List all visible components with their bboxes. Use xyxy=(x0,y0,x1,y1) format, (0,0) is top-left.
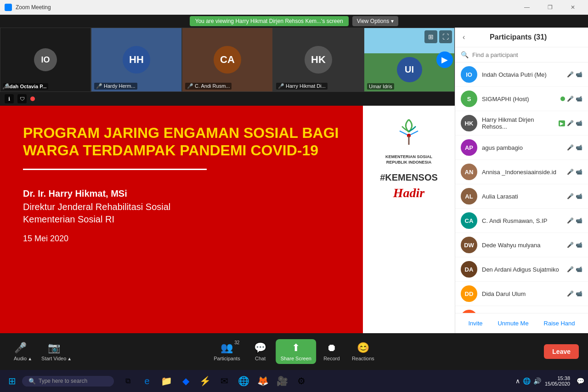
participants-button[interactable]: 👥 32 Participants xyxy=(209,339,244,364)
slide-role1: Direktur Jenderal Rehabilitasi Sosial xyxy=(23,202,340,212)
raise-hand-button[interactable]: Raise Hand xyxy=(540,318,579,329)
hadir-text: Hadir xyxy=(393,186,424,200)
participant-icons: 🎤 📹 xyxy=(567,193,582,199)
taskbar-app-firefox[interactable]: 🦊 xyxy=(254,372,272,390)
mic-icon: 🎤 xyxy=(567,242,574,248)
self-avatar: IO xyxy=(34,48,57,71)
avatar: S xyxy=(461,91,477,107)
taskbar-app-settings[interactable]: ⚙ xyxy=(292,372,311,390)
taskbar-apps: ⧉ e 📁 ◆ ⚡ ✉ 🌐 🦊 🎥 ⚙ xyxy=(119,372,514,390)
share-screen-button[interactable]: ⬆ Share Screen xyxy=(276,339,316,364)
list-item: DW Dede Wahyu mulyana 🎤 📹 xyxy=(455,233,588,257)
close-button[interactable]: ✕ xyxy=(562,0,583,15)
window-controls: — ❐ ✕ xyxy=(516,0,583,15)
taskbar-time-text: 15:38 xyxy=(545,375,570,381)
tray-arrow[interactable]: ∧ xyxy=(515,377,520,385)
minimize-button[interactable]: — xyxy=(516,0,537,15)
video-controls: ⊞ ⛶ xyxy=(424,30,452,43)
title-bar: Zoom Meeting — ❐ ✕ xyxy=(0,0,588,15)
participant-name: Aulia Larasati xyxy=(482,193,562,200)
panel-footer: Invite Unmute Me Raise Hand xyxy=(455,313,588,333)
video-tile-hardy: HH 🎤 Hardy Herm... xyxy=(91,28,182,92)
umar-avatar: UI xyxy=(397,57,422,82)
candi-tile-name: 🎤 C. Andi Rusm... xyxy=(185,83,232,90)
unmute-me-button[interactable]: Unmute Me xyxy=(494,318,532,329)
participant-icons: 🎤 📹 xyxy=(567,266,582,273)
video-icon: 📹 xyxy=(576,96,582,102)
participant-icons: 🎤 📹 xyxy=(567,169,582,175)
security-row: ℹ 🛡 xyxy=(0,92,455,106)
video-icon: 📹 xyxy=(576,290,582,297)
list-item: AN Annisa _Indonesiaainside.id 🎤 📹 xyxy=(455,160,588,184)
participant-count: 32 xyxy=(234,340,239,345)
restore-button[interactable]: ❐ xyxy=(539,0,560,15)
start-button[interactable]: ⊞ xyxy=(4,373,20,389)
taskbar-app-app1[interactable]: ⚡ xyxy=(196,372,214,390)
notification-icon[interactable]: 💬 xyxy=(577,377,584,385)
window-title: Zoom Meeting xyxy=(16,4,513,11)
search-box[interactable]: 🔍 xyxy=(455,47,588,62)
participants-icon: 👥 32 xyxy=(220,342,233,354)
record-button[interactable]: ⏺ Record xyxy=(318,339,345,364)
participant-search-input[interactable] xyxy=(472,51,582,58)
audio-button[interactable]: 🎤 Audio ▲ xyxy=(9,339,37,364)
harry-avatar: HK xyxy=(305,46,332,74)
participant-name: C. Andi Rusmawan, S.IP xyxy=(482,217,562,224)
taskbar-search[interactable]: 🔍 Type here to search xyxy=(22,376,114,386)
participant-icons: 🎤 📹 xyxy=(567,217,582,224)
taskbar-app-mail[interactable]: ✉ xyxy=(215,372,233,390)
video-icon: 📹 xyxy=(576,71,582,78)
list-item: CA C. Andi Rusmawan, S.IP 🎤 📹 xyxy=(455,209,588,233)
reactions-button[interactable]: 😊 Reactions xyxy=(347,339,379,364)
participant-icons: 🎤 📹 xyxy=(560,96,582,102)
invite-button[interactable]: Invite xyxy=(464,318,486,329)
video-tile-candi: CA 🎤 C. Andi Rusm... xyxy=(182,28,273,92)
slide-content: PROGRAM JARING ENGAMAN SOSIAL BAGI WARGA… xyxy=(0,106,363,333)
reactions-icon: 😊 xyxy=(357,342,369,354)
audio-caret: ▲ xyxy=(28,356,32,361)
grid-view-button[interactable]: ⊞ xyxy=(424,30,437,43)
avatar: AL xyxy=(461,188,477,205)
taskbar-app-edge[interactable]: e xyxy=(138,372,156,390)
panel-chevron[interactable]: ‹ xyxy=(463,33,465,41)
leave-button[interactable]: Leave xyxy=(544,344,579,359)
list-item: IO Indah Octavia Putri (Me) 🎤 📹 xyxy=(455,62,588,87)
video-icon: 📹 xyxy=(576,120,582,126)
participant-icons: 🎤 📹 xyxy=(567,242,582,248)
video-button[interactable]: 📷 Start Video ▲ xyxy=(37,339,76,364)
taskbar-app-explorer[interactable]: 📁 xyxy=(157,372,175,390)
taskbar-app-multidesktop[interactable]: ⧉ xyxy=(119,372,137,390)
toolbar-center: 👥 32 Participants 💬 Chat ⬆ Share Screen … xyxy=(209,339,379,364)
video-strip: IO Indah Octavia P... 🎤 HH 🎤 Hardy Herm.… xyxy=(0,28,455,92)
view-options-button[interactable]: View Options ▾ xyxy=(352,16,398,26)
video-icon: 📹 xyxy=(576,193,582,199)
mic-icon: 🎤 xyxy=(567,96,574,102)
video-icon: 📹 xyxy=(576,266,582,273)
participant-name: Dede Wahyu mulyana xyxy=(482,242,562,249)
umar-tile-name: Umar Idris xyxy=(367,83,394,90)
active-indicator xyxy=(560,97,565,101)
participants-panel: ‹ Participants (31) 🔍 IO Indah Octavia P… xyxy=(455,28,588,333)
record-label: Record xyxy=(323,356,339,361)
participant-icons: 🎤 📹 xyxy=(567,144,582,151)
chat-label: Chat xyxy=(255,356,266,361)
mic-icon: 🎤 xyxy=(14,342,27,354)
network-icon: 🌐 xyxy=(523,377,531,385)
taskbar-app-camera[interactable]: 🎥 xyxy=(273,372,291,390)
main-content: IO Indah Octavia P... 🎤 HH 🎤 Hardy Herm.… xyxy=(0,28,588,333)
list-item: AL Aulia Larasati 🎤 📹 xyxy=(455,184,588,209)
slide-logo-area: KEMENTERIAN SOSIALREPUBLIK INDONESIA #KE… xyxy=(363,106,455,333)
participants-list: IO Indah Octavia Putri (Me) 🎤 📹 S SIGMAP… xyxy=(455,62,588,313)
taskbar-app-dropbox[interactable]: ◆ xyxy=(176,372,195,390)
chat-button[interactable]: 💬 Chat xyxy=(247,339,274,364)
list-item: DA Den Ardani Adigus Sujatmiko 🎤 📹 xyxy=(455,257,588,282)
logo-name: KEMENTERIAN SOSIALREPUBLIK INDONESIA xyxy=(385,154,432,165)
mic-icon: 🎤 xyxy=(567,120,574,126)
reactions-label: Reactions xyxy=(352,356,374,361)
fullscreen-button[interactable]: ⛶ xyxy=(439,30,452,43)
avatar: AP xyxy=(461,139,477,156)
mic-icon: 🎤 xyxy=(567,71,574,78)
taskbar-app-chrome[interactable]: 🌐 xyxy=(234,372,253,390)
volume-icon[interactable]: 🔊 xyxy=(533,377,541,385)
next-video-button[interactable]: ▶ xyxy=(436,51,453,68)
